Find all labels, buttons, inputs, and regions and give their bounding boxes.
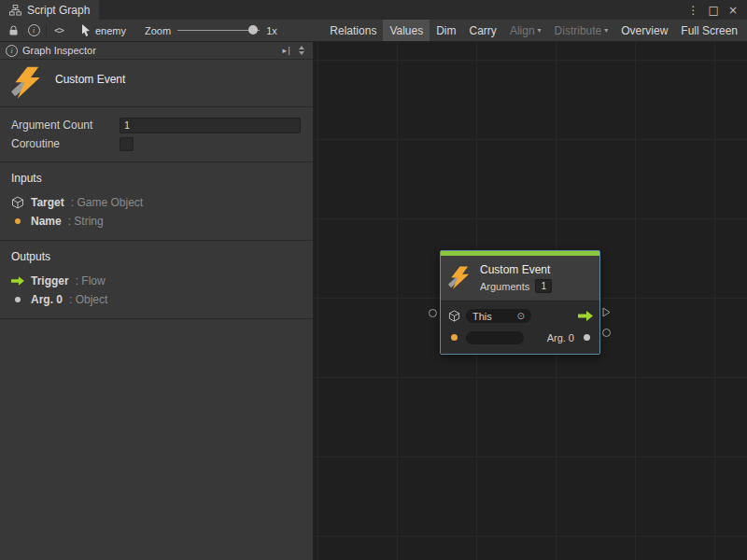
scroll-spinner[interactable] [296,46,307,55]
coroutine-label: Coroutine [11,137,120,150]
cube-icon [11,196,24,209]
inputs-section: Inputs Target : Game Object Name : Strin… [0,162,313,241]
custom-event-icon [11,66,45,100]
unit-title: Custom Event [55,73,125,86]
custom-event-icon [448,266,472,290]
scroll-up-icon[interactable] [299,46,304,49]
port-row-name: Name : String [11,212,302,231]
toolbar-button-distribute[interactable]: Distribute ▾ [548,20,615,41]
outputs-section: Outputs Trigger : Flow Arg. 0 : Object [0,241,313,319]
inputs-title: Inputs [11,172,302,185]
toolbar-button-carry[interactable]: Carry [463,20,503,41]
inspector-toggle-icon[interactable]: i [23,20,44,41]
toolbar-button-overview[interactable]: Overview [614,20,674,41]
tab-bar: Script Graph ⋮ □ × [0,0,747,20]
dock-icon[interactable]: ▸| [282,46,291,55]
port-row-target: Target : Game Object [11,193,302,212]
unit-fields: Argument Count Coroutine [0,107,313,162]
zoom-label: Zoom [145,25,171,36]
argument-count-label: Argument Count [11,119,120,132]
graph-breadcrumb[interactable]: enemy [80,24,126,36]
scroll-down-icon[interactable] [299,51,304,55]
outputs-title: Outputs [11,250,302,263]
graph-canvas[interactable]: Custom Event Arguments 1 This ⊙ [314,42,747,560]
node-title: Custom Event [480,263,552,276]
menu-icon[interactable]: ⋮ [684,4,704,17]
graph-inspector-title: Graph Inspector [22,45,96,56]
output-port-circle[interactable] [602,329,611,337]
chevron-down-icon: ▾ [538,26,542,35]
zoom-value: 1x [266,25,277,36]
name-port-icon[interactable] [451,334,458,341]
port-row-trigger: Trigger : Flow [11,272,302,290]
tab-script-graph[interactable]: Script Graph [0,0,99,20]
string-port-icon [15,218,21,224]
port-row-arg0: Arg. 0 : Object [11,290,302,309]
node-header[interactable]: Custom Event Arguments 1 [441,256,599,301]
cursor-icon [80,24,91,36]
toolbar-separator [46,24,47,36]
code-icon[interactable]: <> [49,20,69,41]
graph-name: enemy [95,25,126,36]
toolbar-button-align[interactable]: Align ▾ [503,20,548,41]
toolbar-buttons: Relations Values Dim Carry Align ▾ Distr… [323,20,744,41]
zoom-slider-handle[interactable] [248,25,258,35]
coroutine-checkbox[interactable] [120,137,134,151]
close-icon[interactable]: × [724,4,742,17]
toolbar-button-fullscreen[interactable]: Full Screen [674,20,744,41]
arg0-label: Arg. 0 [547,332,574,343]
input-port-circle[interactable] [429,309,437,317]
node-arguments-value: 1 [535,279,552,293]
toolbar-button-dim[interactable]: Dim [430,20,462,41]
node-row-target: This ⊙ [447,306,593,326]
toolbar-button-values[interactable]: Values [383,20,430,41]
node-body: This ⊙ Arg. 0 [441,301,599,354]
trigger-port-icon[interactable] [578,311,593,321]
target-dropdown[interactable]: This ⊙ [466,309,531,323]
event-name-input[interactable] [466,331,524,344]
graph-inspector-panel: i Graph Inspector ▸| Custom Event Argume… [0,42,314,560]
toolbar-button-relations[interactable]: Relations [323,20,383,41]
zoom-control: Zoom 1x [145,20,277,41]
zoom-slider[interactable] [177,20,260,41]
lock-icon[interactable] [3,20,23,41]
script-graph-icon [9,5,21,16]
output-port-triangle[interactable] [602,307,611,317]
custom-event-node[interactable]: Custom Event Arguments 1 This ⊙ [440,250,600,355]
object-port-icon [15,297,21,302]
arg0-port-icon[interactable] [584,334,590,341]
graph-toolbar: i <> enemy Zoom 1x Relations Values Dim … [0,20,747,42]
argument-count-input[interactable] [120,118,301,133]
maximize-icon[interactable]: □ [704,4,724,17]
unit-header: Custom Event [0,60,313,107]
cube-icon [448,310,460,322]
info-icon: i [6,45,18,57]
unity-window: Script Graph ⋮ □ × i <> enemy Zoom [0,0,747,560]
zoom-slider-track [177,30,260,31]
flow-arrow-icon [11,276,24,286]
chevron-down-icon: ▾ [604,26,608,35]
target-picker-icon[interactable]: ⊙ [517,312,525,321]
graph-inspector-header: i Graph Inspector ▸| [0,42,313,60]
node-row-arg0: Arg. 0 [447,328,593,347]
tab-title: Script Graph [27,4,90,17]
node-arguments-label: Arguments [480,281,529,292]
window-controls: ⋮ □ × [684,0,747,20]
